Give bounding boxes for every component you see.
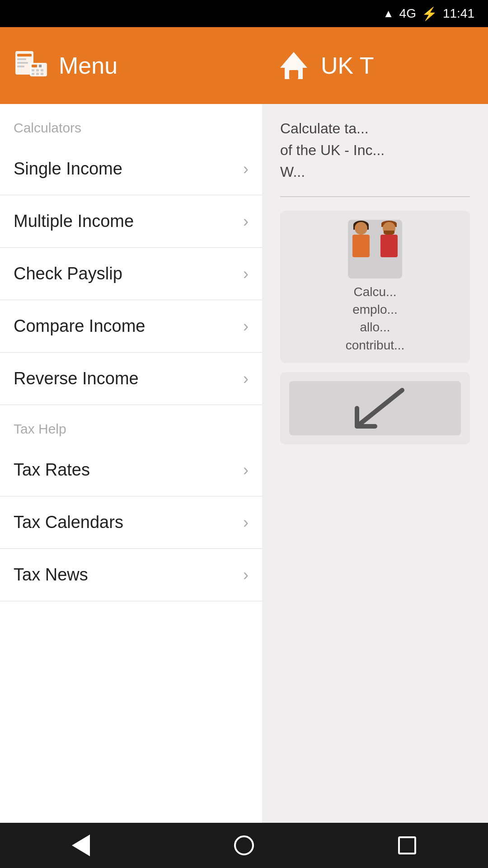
svg-rect-13 xyxy=(41,73,43,75)
svg-rect-11 xyxy=(32,73,34,75)
chevron-right-icon: › xyxy=(243,369,249,388)
content-body: Calculate ta...of the UK - Inc...W... xyxy=(262,104,488,467)
chevron-right-icon: › xyxy=(243,160,249,179)
card-text: Calcu...emplo...allo...contribut... xyxy=(346,283,405,354)
menu-item-tax-rates[interactable]: Tax Rates › xyxy=(0,444,262,496)
menu-item-single-income[interactable]: Single Income › xyxy=(0,143,262,195)
right-panel: UK T Calculate ta...of the UK - Inc...W.… xyxy=(262,27,488,823)
menu-body: Calculators Single Income › Multiple Inc… xyxy=(0,104,262,823)
chart-icon xyxy=(330,386,420,431)
content-header: UK T xyxy=(262,27,488,104)
menu-title: Menu xyxy=(59,52,117,79)
compare-income-label: Compare Income xyxy=(14,316,145,336)
menu-item-tax-calendars[interactable]: Tax Calendars › xyxy=(0,496,262,549)
svg-rect-4 xyxy=(17,66,24,67)
menu-item-multiple-income[interactable]: Multiple Income › xyxy=(0,195,262,248)
home-icon xyxy=(276,47,312,84)
card-illustration xyxy=(348,220,402,278)
card-chart xyxy=(280,372,470,444)
svg-rect-2 xyxy=(17,58,26,60)
left-panel: Menu Calculators Single Income › Multipl… xyxy=(0,27,262,823)
card-multiple-income: Calcu...emplo...allo...contribut... xyxy=(280,211,470,363)
tax-calendars-label: Tax Calendars xyxy=(14,513,123,532)
signal-icon: ▲ xyxy=(383,7,394,20)
battery-icon: ⚡ xyxy=(422,6,437,21)
menu-item-compare-income[interactable]: Compare Income › xyxy=(0,300,262,353)
chevron-right-icon: › xyxy=(243,566,249,585)
content-description: Calculate ta...of the UK - Inc...W... xyxy=(280,118,470,183)
content-title: UK T xyxy=(321,52,374,79)
tax-help-section-label: Tax Help xyxy=(0,405,262,444)
svg-rect-6 xyxy=(32,65,37,67)
tax-rates-label: Tax Rates xyxy=(14,460,90,480)
single-income-label: Single Income xyxy=(14,159,122,179)
chevron-right-icon: › xyxy=(243,317,249,336)
tax-news-label: Tax News xyxy=(14,565,88,585)
content-divider xyxy=(280,196,470,197)
menu-item-reverse-income[interactable]: Reverse Income › xyxy=(0,353,262,405)
bottom-navigation xyxy=(0,823,488,868)
svg-rect-15 xyxy=(289,70,298,79)
menu-header: Menu xyxy=(0,27,262,104)
check-payslip-label: Check Payslip xyxy=(14,264,122,283)
reverse-income-label: Reverse Income xyxy=(14,369,139,388)
svg-rect-12 xyxy=(36,73,39,75)
back-button[interactable] xyxy=(72,835,90,856)
svg-rect-7 xyxy=(39,65,42,67)
network-label: 4G xyxy=(399,6,416,21)
people-icon xyxy=(348,220,402,278)
menu-item-check-payslip[interactable]: Check Payslip › xyxy=(0,248,262,300)
svg-rect-3 xyxy=(17,62,28,64)
chevron-right-icon: › xyxy=(243,264,249,283)
svg-rect-10 xyxy=(41,69,43,71)
chart-illustration xyxy=(289,381,461,435)
time-label: 11:41 xyxy=(443,6,474,21)
chevron-right-icon: › xyxy=(243,513,249,532)
recents-button[interactable] xyxy=(398,836,416,854)
status-bar: ▲ 4G ⚡ 11:41 xyxy=(0,0,488,27)
chevron-right-icon: › xyxy=(243,461,249,480)
multiple-income-label: Multiple Income xyxy=(14,212,134,231)
svg-rect-1 xyxy=(17,54,32,57)
calculators-section-label: Calculators xyxy=(0,104,262,143)
menu-logo-icon xyxy=(14,47,50,84)
chevron-right-icon: › xyxy=(243,212,249,231)
home-button[interactable] xyxy=(234,835,254,855)
svg-rect-8 xyxy=(32,69,34,71)
svg-line-16 xyxy=(357,390,402,426)
svg-rect-9 xyxy=(36,69,39,71)
main-container: Menu Calculators Single Income › Multipl… xyxy=(0,27,488,823)
menu-item-tax-news[interactable]: Tax News › xyxy=(0,549,262,601)
